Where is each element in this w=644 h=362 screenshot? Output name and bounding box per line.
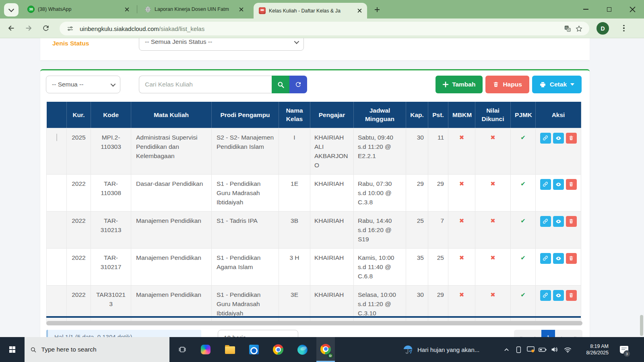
- cell-aksi: [536, 211, 581, 248]
- tab-strip-expander-button[interactable]: [4, 3, 19, 16]
- row-view-button[interactable]: [553, 290, 564, 301]
- chrome-button[interactable]: [266, 337, 290, 362]
- row-delete-button[interactable]: [566, 179, 577, 190]
- check-icon: ✔: [520, 134, 526, 141]
- file-explorer-button[interactable]: [218, 337, 242, 362]
- search-input[interactable]: [139, 76, 272, 93]
- cell-kur: 2022: [67, 211, 91, 248]
- cell-nama-kelas: 1E: [279, 174, 310, 211]
- action-center-button[interactable]: 3: [615, 337, 633, 362]
- browser-menu-icon[interactable]: [617, 22, 630, 35]
- hapus-button[interactable]: Hapus: [485, 76, 529, 93]
- omnibox[interactable]: uinbengkulu.siakadcloud.com/siakad/list_…: [60, 22, 589, 35]
- cell-pjmk: ✔: [511, 211, 536, 248]
- search-button[interactable]: [272, 76, 289, 93]
- cell-checkbox: [47, 128, 67, 174]
- tab-close-icon[interactable]: [237, 6, 245, 13]
- page-button[interactable]: ‹: [528, 330, 541, 337]
- weather-widget[interactable]: Hari hujan yang akan...: [402, 337, 479, 362]
- profile-avatar[interactable]: D: [597, 22, 609, 35]
- edge-button[interactable]: [290, 337, 314, 362]
- row-link-button[interactable]: [540, 253, 551, 264]
- kelas-table: Kur.KodeMata KuliahProdi PengampuNama Ke…: [46, 102, 581, 323]
- cell-pst: 25: [428, 248, 448, 285]
- column-header: Kode: [91, 102, 131, 128]
- eye-icon: [555, 292, 561, 298]
- page-button-active[interactable]: 1: [541, 330, 555, 337]
- back-button[interactable]: [5, 22, 18, 35]
- cross-icon: ✖: [490, 134, 495, 141]
- cell-nama-kelas: I: [279, 128, 310, 174]
- bookmark-star-icon[interactable]: [573, 23, 584, 34]
- row-view-button[interactable]: [553, 179, 564, 190]
- reload-button[interactable]: [39, 22, 52, 35]
- row-link-button[interactable]: [540, 290, 551, 301]
- speaker-icon[interactable]: [549, 337, 560, 362]
- task-view-button[interactable]: [171, 337, 194, 362]
- start-button[interactable]: [0, 337, 25, 362]
- tab-laporan-kinerja[interactable]: Laporan Kinerja Dosen UIN Fatm: [139, 0, 249, 19]
- row-view-button[interactable]: [553, 133, 564, 144]
- new-tab-button[interactable]: [372, 5, 382, 14]
- taskbar-search-input[interactable]: [41, 346, 164, 353]
- cetak-button[interactable]: Cetak: [532, 76, 582, 93]
- cell-kap: 29: [406, 174, 428, 211]
- row-delete-button[interactable]: [566, 216, 577, 227]
- cell-jadwal: Sabtu, 09:40 s.d 11:20 @ E2.2.1: [354, 128, 406, 174]
- page-size-select[interactable]: 10 baris: [218, 330, 298, 337]
- cross-icon: ✖: [459, 217, 464, 224]
- row-delete-button[interactable]: [566, 133, 577, 144]
- battery-icon[interactable]: [537, 337, 548, 362]
- cell-jadwal: Rabu, 14:40 s.d 16:20 @ S19: [354, 211, 406, 248]
- network-icon[interactable]: [562, 337, 573, 362]
- row-checkbox[interactable]: [56, 134, 57, 141]
- outlook-button[interactable]: [242, 337, 266, 362]
- horizontal-scrollbar[interactable]: [46, 321, 582, 325]
- page-button[interactable]: «: [514, 330, 528, 337]
- windows-logo-icon: [9, 346, 16, 353]
- site-settings-icon[interactable]: [64, 23, 76, 34]
- row-delete-button[interactable]: [566, 253, 577, 264]
- taskbar-clock[interactable]: 8:19 AM 8/26/2025: [576, 337, 609, 362]
- tab-kelas-kuliah-active[interactable]: Kelas Kuliah - Daftar Kelas & Ja: [254, 3, 367, 19]
- translate-icon[interactable]: G: [562, 23, 573, 34]
- tab-close-icon[interactable]: [123, 6, 130, 13]
- scope-select[interactable]: -- Semua --: [46, 76, 120, 93]
- trash-icon: [568, 181, 574, 187]
- row-view-button[interactable]: [553, 253, 564, 264]
- tab-close-icon[interactable]: [356, 7, 363, 14]
- tray-expand-button[interactable]: [501, 337, 512, 362]
- page-button[interactable]: ›: [555, 330, 569, 337]
- row-delete-button[interactable]: [566, 290, 577, 301]
- forward-button[interactable]: [22, 22, 35, 35]
- link-icon: [543, 292, 548, 298]
- chrome-profile-badge: D: [328, 353, 333, 358]
- vertical-scrollbar-thumb[interactable]: [640, 315, 643, 336]
- jenis-status-select[interactable]: -- Semua Jenis Status --: [139, 38, 304, 51]
- row-link-button[interactable]: [540, 216, 551, 227]
- taskbar-search[interactable]: [25, 337, 169, 362]
- whatsapp-favicon-icon: 38: [27, 6, 35, 13]
- eye-icon: [555, 218, 561, 224]
- table-row: 2022TAR-310217Manajemen PendidikanS1 - P…: [47, 248, 581, 285]
- row-link-button[interactable]: [540, 179, 551, 190]
- jenis-status-label: Jenis Status: [52, 40, 89, 47]
- cell-nilai-dikunci: ✖: [475, 128, 511, 174]
- phone-link-icon[interactable]: [513, 337, 524, 362]
- minimize-button[interactable]: [574, 0, 597, 19]
- chrome-active-window-button[interactable]: D: [316, 337, 335, 362]
- tambah-button[interactable]: Tambah: [436, 76, 483, 93]
- page-button[interactable]: »: [569, 330, 582, 337]
- date-text: 8/26/2025: [586, 350, 609, 356]
- browser-tabstrip: 38 (38) WhatsApp Laporan Kinerja Dosen U…: [0, 0, 644, 19]
- restore-button[interactable]: [597, 0, 621, 19]
- tab-whatsapp[interactable]: 38 (38) WhatsApp: [23, 0, 134, 19]
- close-button[interactable]: [621, 0, 644, 19]
- refresh-button[interactable]: [289, 76, 307, 93]
- umbrella-rain-icon: [402, 344, 413, 355]
- row-link-button[interactable]: [540, 133, 551, 144]
- copilot-button[interactable]: [194, 337, 218, 362]
- row-view-button[interactable]: [553, 216, 564, 227]
- screen-share-icon[interactable]: [525, 337, 536, 362]
- tab-separator: [137, 5, 137, 13]
